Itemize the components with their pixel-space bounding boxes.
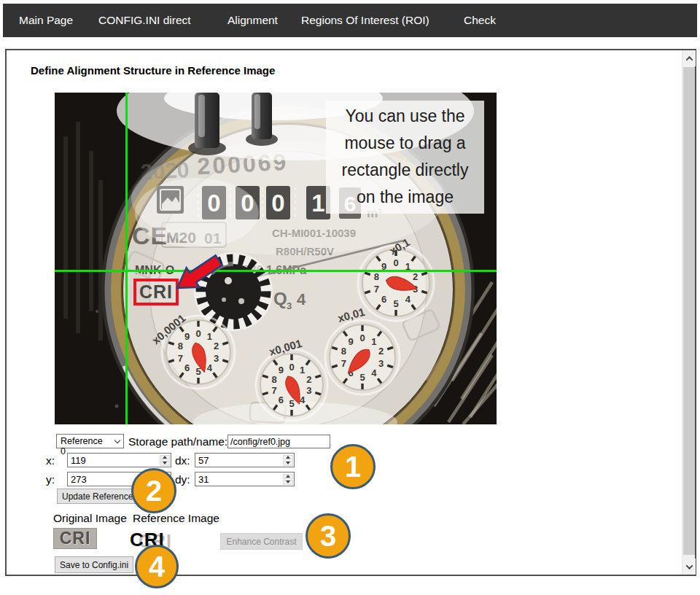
dx-value: 57 — [198, 455, 209, 466]
svg-text:6: 6 — [279, 394, 284, 405]
svg-text:5: 5 — [359, 372, 365, 383]
spin-up-icon[interactable] — [283, 455, 293, 460]
svg-text:2: 2 — [413, 271, 418, 282]
svg-text:Q: Q — [273, 289, 287, 308]
page-title: Define Alignment Structure in Reference … — [31, 64, 275, 77]
dx-label: dx: — [175, 454, 190, 467]
svg-text:3: 3 — [287, 300, 292, 311]
svg-text:0: 0 — [393, 257, 398, 268]
callout-4: 4 — [135, 545, 179, 588]
y-value: 273 — [71, 474, 87, 485]
svg-text:8: 8 — [341, 346, 346, 357]
svg-text:5: 5 — [289, 398, 294, 409]
scroll-up-button[interactable] — [682, 50, 696, 66]
instruction-overlay: You can use the mouse to drag a rectangl… — [326, 101, 484, 214]
svg-text:9: 9 — [279, 365, 284, 376]
svg-text:4: 4 — [207, 362, 213, 373]
nav-item-roi[interactable]: Regions Of Interest (ROI) — [298, 4, 432, 37]
callout-3: 3 — [306, 513, 351, 559]
dy-spinner — [282, 473, 293, 485]
scrollbar[interactable] — [682, 50, 695, 575]
spin-down-icon[interactable] — [283, 480, 293, 485]
nav-item-check[interactable]: Check — [461, 4, 499, 37]
svg-text:3: 3 — [306, 385, 311, 396]
svg-text:2: 2 — [306, 374, 311, 385]
svg-text:0: 0 — [289, 362, 294, 373]
crosshair-horizontal-line — [55, 270, 497, 272]
reference-image[interactable]: 2020 200069 0 0 0 1 6 — [55, 93, 497, 424]
svg-text:9: 9 — [349, 336, 354, 347]
storage-path-label: Storage path/name: — [128, 435, 228, 448]
original-image-label: Original Image — [53, 512, 127, 525]
chevron-up-icon — [685, 55, 693, 63]
chevron-down-icon — [114, 438, 120, 443]
dx-spinner — [282, 454, 293, 466]
chevron-down-icon — [685, 562, 693, 569]
svg-text:4: 4 — [297, 290, 306, 308]
svg-text:7: 7 — [272, 385, 277, 396]
scroll-down-button[interactable] — [682, 559, 696, 575]
nav-item-config-ini[interactable]: CONFIG.INI direct — [96, 4, 194, 37]
svg-text:7: 7 — [374, 284, 379, 295]
svg-text:6: 6 — [381, 294, 386, 305]
original-thumb-text: CRI — [60, 529, 91, 548]
svg-text:4: 4 — [300, 394, 306, 405]
svg-text:0: 0 — [359, 332, 365, 343]
original-image-thumbnail: CRI — [53, 528, 97, 549]
dy-label: dy: — [175, 473, 190, 486]
update-reference-button[interactable]: Update Reference — [57, 489, 138, 504]
x-spinner — [159, 454, 170, 466]
crosshair-vertical-line — [125, 93, 128, 424]
dy-value: 31 — [198, 474, 209, 485]
spin-down-icon[interactable] — [160, 461, 170, 466]
spin-down-icon[interactable] — [283, 461, 293, 466]
svg-text:5: 5 — [393, 298, 398, 309]
svg-text:3: 3 — [214, 353, 219, 364]
x-value: 119 — [71, 455, 86, 466]
svg-text:9: 9 — [184, 331, 190, 342]
save-to-config-button[interactable]: Save to Config.ini — [55, 556, 133, 573]
cri-marking: CRI — [139, 281, 173, 303]
svg-text:1: 1 — [371, 336, 376, 347]
svg-text:4: 4 — [371, 368, 377, 378]
svg-text:2: 2 — [214, 341, 219, 351]
reference-select[interactable]: Reference 0 — [56, 434, 124, 448]
svg-text:3: 3 — [378, 358, 384, 369]
svg-text:7: 7 — [341, 358, 346, 369]
callout-2: 2 — [131, 468, 176, 513]
svg-text:2: 2 — [378, 346, 384, 357]
svg-text:1: 1 — [300, 365, 305, 376]
svg-text:6: 6 — [184, 362, 190, 373]
scrollbar-thumb[interactable] — [683, 67, 695, 555]
nav-item-main-page[interactable]: Main Page — [16, 4, 76, 37]
svg-text:0: 0 — [195, 328, 201, 339]
dx-input[interactable]: 57 — [195, 453, 295, 467]
y-label: y: — [46, 473, 55, 486]
spin-up-icon[interactable] — [160, 455, 170, 460]
svg-text:8: 8 — [272, 374, 277, 385]
x-label: x: — [46, 454, 55, 467]
enhance-contrast-button[interactable]: Enhance Contrast — [220, 533, 303, 550]
svg-text:1: 1 — [207, 331, 212, 342]
svg-text:7: 7 — [178, 353, 183, 364]
nav-bar: Main Page CONFIG.INI direct Alignment Re… — [3, 4, 697, 37]
svg-text:4: 4 — [405, 294, 411, 305]
storage-path-input[interactable] — [228, 435, 330, 448]
gear — [194, 252, 273, 331]
alignment-selection-rect[interactable]: CRI — [133, 279, 179, 306]
dy-input[interactable]: 31 — [195, 472, 295, 486]
x-input[interactable]: 119 — [67, 453, 171, 467]
callout-1: 1 — [330, 444, 376, 489]
reference-image-label: Reference Image — [133, 512, 219, 525]
svg-text:8: 8 — [374, 271, 379, 282]
nav-item-alignment[interactable]: Alignment — [225, 4, 281, 37]
svg-text:8: 8 — [178, 341, 183, 351]
spin-up-icon[interactable] — [283, 474, 293, 479]
content-frame: Define Alignment Structure in Reference … — [5, 49, 696, 576]
